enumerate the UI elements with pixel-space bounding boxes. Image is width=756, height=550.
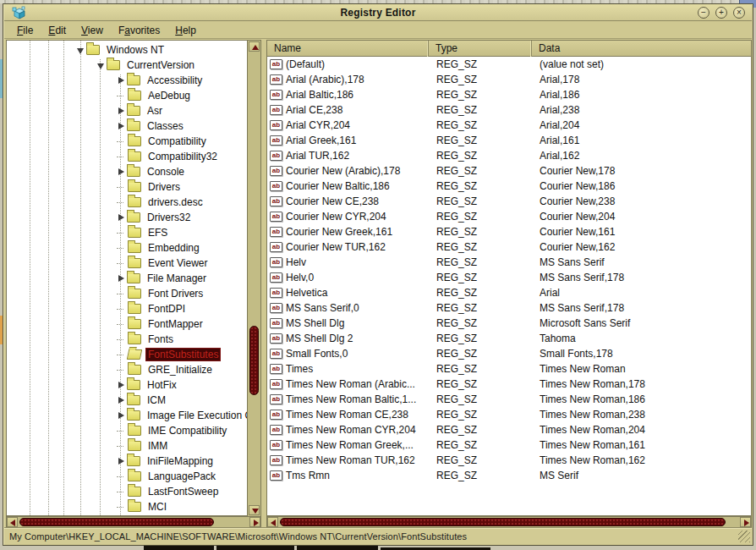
tree-scrollbar-thumb[interactable]: [249, 326, 259, 395]
value-row[interactable]: abTimes New Roman Baltic,1...REG_SZTimes…: [267, 392, 751, 407]
tree-item-compatibility[interactable]: Compatibility: [7, 134, 247, 149]
value-row[interactable]: abArial Baltic,186REG_SZArial,186: [267, 87, 751, 102]
column-header-data[interactable]: Data: [532, 41, 751, 57]
collapse-arrow-icon[interactable]: [96, 61, 105, 69]
value-row[interactable]: abMS Shell DlgREG_SZMicrosoft Sans Serif: [267, 316, 751, 331]
value-row[interactable]: abArial CE,238REG_SZArial,238: [267, 102, 751, 118]
tree-item-imm[interactable]: IMM: [7, 438, 247, 454]
expand-arrow-icon[interactable]: [117, 76, 125, 85]
expand-arrow-icon[interactable]: [117, 381, 125, 389]
value-row[interactable]: abCourier New Greek,161REG_SZCourier New…: [267, 224, 751, 239]
scroll-up-button[interactable]: [249, 41, 260, 52]
expand-arrow-icon[interactable]: [117, 213, 125, 222]
tree-connector: [117, 507, 123, 508]
value-row[interactable]: abArial TUR,162REG_SZArial,162: [267, 148, 751, 163]
tree-item-aedebug[interactable]: AeDebug: [7, 88, 247, 103]
scroll-left-button[interactable]: [267, 517, 278, 527]
menu-help[interactable]: Help: [167, 23, 204, 38]
tree-item-icm[interactable]: ICM: [7, 393, 247, 408]
expand-arrow-icon[interactable]: [117, 396, 125, 404]
tree-item-drivers32[interactable]: Drivers32: [7, 210, 247, 225]
value-row[interactable]: abCourier New (Arabic),178REG_SZCourier …: [267, 163, 751, 179]
value-row[interactable]: abMS Shell Dlg 2REG_SZTahoma: [267, 331, 751, 346]
value-row[interactable]: abCourier New CYR,204REG_SZCourier New,2…: [267, 209, 751, 224]
tree-vertical-scrollbar[interactable]: [247, 40, 261, 517]
value-row[interactable]: abTimes New Roman CYR,204REG_SZTimes New…: [267, 422, 751, 437]
tree-item-efs[interactable]: EFS: [7, 225, 247, 240]
tree-item-embedding[interactable]: Embedding: [7, 240, 247, 256]
tree-item-mci[interactable]: MCI: [7, 499, 247, 514]
expand-arrow-icon[interactable]: [117, 411, 125, 420]
value-row[interactable]: abHelveticaREG_SZArial: [267, 285, 751, 300]
value-row[interactable]: abArial CYR,204REG_SZArial,204: [267, 118, 751, 133]
value-row[interactable]: abTimes New Roman Greek,...REG_SZTimes N…: [267, 437, 751, 453]
value-row[interactable]: abArial (Arabic),178REG_SZArial,178: [267, 72, 751, 87]
value-row[interactable]: abTimes New Roman TUR,162REG_SZTimes New…: [267, 453, 751, 468]
tree-item-inifilemapping[interactable]: IniFileMapping: [7, 454, 247, 469]
tree-item-currentversion[interactable]: CurrentVersion: [7, 58, 247, 73]
tree-item-lastfontsweep[interactable]: LastFontSweep: [7, 484, 247, 499]
resize-grip[interactable]: [738, 531, 750, 542]
tree-item-drivers[interactable]: Drivers: [7, 179, 247, 195]
scroll-down-button[interactable]: [249, 505, 260, 515]
value-row[interactable]: abSmall Fonts,0REG_SZSmall Fonts,178: [267, 346, 751, 361]
menu-edit[interactable]: Edit: [41, 23, 74, 38]
menu-favorites[interactable]: Favorites: [111, 23, 167, 38]
tree-item-asr[interactable]: Asr: [7, 103, 247, 118]
expand-arrow-icon[interactable]: [117, 122, 125, 130]
value-row[interactable]: abTimesREG_SZTimes New Roman: [267, 361, 751, 377]
tree-item-image-file-execution-op[interactable]: Image File Execution Op: [7, 408, 247, 423]
tree-item-gre-initialize[interactable]: GRE_Initialize: [7, 362, 247, 377]
scroll-right-button[interactable]: [249, 517, 260, 527]
tree-item-font-drivers[interactable]: Font Drivers: [7, 286, 247, 301]
column-header-type[interactable]: Type: [429, 41, 532, 57]
tree-horizontal-scrollbar[interactable]: [6, 516, 261, 528]
close-button[interactable]: ×: [733, 7, 745, 19]
menu-view[interactable]: View: [74, 23, 111, 38]
value-row[interactable]: abTimes New Roman CE,238REG_SZTimes New …: [267, 407, 751, 422]
tree-item-console[interactable]: Console: [7, 164, 247, 179]
tree-item-event-viewer[interactable]: Event Viewer: [7, 256, 247, 271]
tree-item-fonts[interactable]: Fonts: [7, 332, 247, 347]
column-header-name[interactable]: Name: [267, 41, 429, 57]
tree-item-ime-compatibility[interactable]: IME Compatibility: [7, 423, 247, 438]
value-row[interactable]: abHelvREG_SZMS Sans Serif: [267, 255, 751, 270]
tree-item-drivers-desc[interactable]: drivers.desc: [7, 195, 247, 210]
collapse-arrow-icon[interactable]: [76, 46, 85, 54]
scroll-right-button[interactable]: [740, 517, 751, 527]
tree-item-accessibility[interactable]: Accessibility: [7, 73, 247, 88]
value-row[interactable]: abCourier New Baltic,186REG_SZCourier Ne…: [267, 179, 751, 194]
value-row[interactable]: abCourier New CE,238REG_SZCourier New,23…: [267, 194, 751, 209]
list-hscrollbar-thumb[interactable]: [280, 518, 726, 526]
value-row[interactable]: abHelv,0REG_SZMS Sans Serif,178: [267, 270, 751, 285]
list-horizontal-scrollbar[interactable]: [266, 516, 752, 528]
menu-file[interactable]: File: [9, 23, 41, 38]
value-row[interactable]: abArial Greek,161REG_SZArial,161: [267, 133, 751, 148]
maximize-button[interactable]: +: [715, 7, 727, 19]
tree-item-languagepack[interactable]: LanguagePack: [7, 469, 247, 484]
tree-item-fontdpi[interactable]: FontDPI: [7, 301, 247, 316]
tree-item-fontmapper[interactable]: FontMapper: [7, 316, 247, 332]
tree-item-compatibility32[interactable]: Compatibility32: [7, 149, 247, 164]
string-value-icon: ab: [270, 410, 282, 420]
tree-item-fontsubstitutes[interactable]: FontSubstitutes: [7, 347, 247, 362]
expand-arrow-icon[interactable]: [117, 274, 125, 283]
value-row[interactable]: abMS Sans Serif,0REG_SZMS Sans Serif,178: [267, 300, 751, 316]
expand-arrow-icon[interactable]: [117, 168, 125, 176]
value-row[interactable]: abTms RmnREG_SZMS Serif: [267, 468, 751, 483]
tree-item-classes[interactable]: Classes: [7, 118, 247, 134]
tree-item-file-manager[interactable]: File Manager: [7, 271, 247, 286]
string-value-icon: ab: [270, 379, 282, 389]
value-row[interactable]: abTimes New Roman (Arabic...REG_SZTimes …: [267, 377, 751, 392]
minimize-button[interactable]: −: [698, 7, 709, 19]
expand-arrow-icon[interactable]: [117, 107, 125, 115]
tree-item-windows-nt[interactable]: Windows NT: [7, 42, 247, 58]
value-row[interactable]: abCourier New TUR,162REG_SZCourier New,1…: [267, 239, 751, 255]
value-row[interactable]: ab(Default)REG_SZ(value not set): [267, 57, 751, 72]
value-data: Times New Roman,186: [532, 393, 751, 405]
expand-arrow-icon[interactable]: [117, 457, 125, 465]
scroll-left-button[interactable]: [7, 517, 18, 527]
tree-hscrollbar-thumb[interactable]: [19, 518, 214, 526]
title-bar[interactable]: Registry Editor − + ×: [4, 4, 752, 21]
tree-item-hotfix[interactable]: HotFix: [7, 377, 247, 393]
